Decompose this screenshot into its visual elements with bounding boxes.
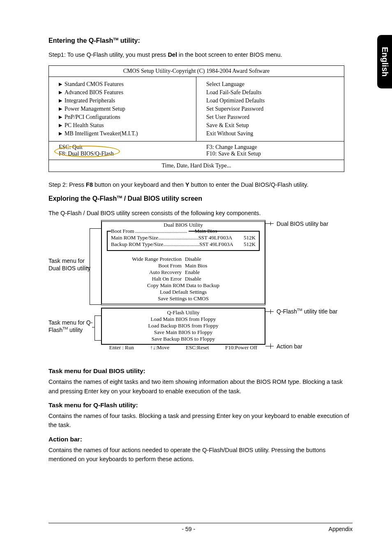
bios-item-label: Load Optimized Defaults [206, 97, 265, 104]
bios-item[interactable]: ▶Advanced BIOS Features [59, 88, 192, 97]
arrow-right-icon: ▶ [59, 106, 65, 111]
arrow-right-icon: ▶ [59, 131, 65, 136]
step1-text: Step1: To use Q-Flash utility, you must … [48, 50, 353, 59]
callout-line [265, 346, 274, 346]
callout-qflash-post: utility [68, 327, 83, 333]
setting-value: Disable [185, 276, 262, 282]
arrow-right-icon: ▶ [59, 98, 65, 103]
setting-row[interactable]: Wide Range ProtectionDisable [104, 256, 262, 262]
main-rom-value: SST 49LF003A [198, 234, 232, 241]
callout-qflash-menu: Task menu for Q-FlashTM utility [48, 319, 98, 334]
callout-line [90, 228, 101, 229]
qflash-item[interactable]: Load Backup BIOS from Floppy [102, 323, 265, 329]
bios-item[interactable]: ▶Integrated Peripherals [59, 97, 192, 105]
callout-line [270, 343, 271, 349]
callout-line [95, 340, 101, 341]
bios-item[interactable]: ▶Standard CMOS Features [59, 80, 192, 88]
tm-symbol: TM [297, 308, 302, 312]
bios-item-label: Exit Without Saving [206, 130, 253, 137]
callout-qflash-bar-post: utility title bar [302, 308, 338, 315]
page-footer: - 59 - Appendix [48, 523, 353, 532]
desc-h3: Action bar: [48, 436, 353, 443]
qflash-item[interactable]: Save Main BIOS to Floppy [102, 329, 265, 336]
tm-symbol: TM [113, 37, 118, 41]
bios-box-wrapper: CMOS Setup Utility-Copyright (C) 1984-20… [48, 65, 353, 172]
step2-text: Step 2: Press F8 button on your keyboard… [48, 180, 353, 189]
setting-key: Halt On Error [104, 276, 185, 282]
desc-h1: Task menu for Dual BIOS utility: [48, 367, 353, 375]
heading-text-post: utility: [118, 37, 140, 44]
action-move: ↑↓:Move [150, 344, 169, 351]
heading2-post: / Dual BIOS utility screen [122, 195, 202, 202]
callout-qflash-bar-pre: Q-Flash [277, 308, 297, 315]
heading-text-pre: Entering the Q-Flash [48, 37, 113, 44]
setting-key: Boot From [104, 262, 185, 269]
callout-line [95, 316, 101, 316]
bios-item[interactable]: Select Language [206, 80, 340, 88]
callout-line [265, 311, 274, 312]
bios-item[interactable]: ▶Power Management Setup [59, 105, 192, 113]
action-f10: F10:Power Off [225, 344, 257, 351]
tm-symbol: TM [62, 327, 68, 331]
bios-item[interactable]: Load Optimized Defaults [206, 97, 340, 105]
step2-post: button to enter the Dual BIOS/Q-Flash ut… [189, 181, 309, 188]
bios-item[interactable]: Set User Password [206, 113, 340, 121]
step1-pre: Step1: To use Q-Flash utility, you must … [48, 51, 168, 58]
dual-action[interactable]: Save Settings to CMOS [104, 295, 262, 302]
boot-from-value: Main Bios [195, 228, 217, 234]
bios-item[interactable]: Set Supervisor Password [206, 105, 340, 113]
arrow-right-icon: ▶ [59, 114, 65, 120]
bios-item[interactable]: ▶MB Intelligent Tweaker(M.I.T.) [59, 130, 192, 138]
bios-left-column: ▶Standard CMOS Features ▶Advanced BIOS F… [49, 77, 196, 141]
bios-item-label: Set User Password [206, 114, 249, 121]
dual-action[interactable]: Copy Main ROM Data to Backup [104, 282, 262, 289]
action-bar: Enter : Run ↑↓:Move ESC:Reset F10:Power … [101, 343, 265, 353]
dual-action[interactable]: Load Default Settings [104, 289, 262, 295]
y-key: Y [185, 181, 189, 188]
callout-line [265, 223, 274, 224]
qflash-item[interactable]: Save Backup BIOS to Floppy [102, 336, 265, 342]
arrow-right-icon: ▶ [59, 90, 65, 95]
callout-line [90, 228, 90, 304]
bios-right-column: Select Language Load Fail-Safe Defaults … [196, 77, 344, 141]
side-language-tab: English [377, 35, 392, 88]
setting-row[interactable]: Halt On ErrorDisable [104, 276, 262, 282]
backup-rom-value: SST 49LF003A [199, 241, 233, 248]
desc-p1: Contains the names of eight tasks and tw… [48, 377, 353, 396]
callout-line [90, 304, 101, 305]
page-number: - 59 - [182, 526, 195, 532]
main-rom-row: Main ROM Type/Size .....................… [111, 234, 256, 241]
bios-item-label: PC Health Status [65, 122, 104, 129]
bios-item[interactable]: Exit Without Saving [206, 130, 340, 138]
bios-item-label: MB Intelligent Tweaker(M.I.T.) [65, 130, 138, 137]
callout-line [87, 267, 90, 268]
bios-item-label: Save & Exit Setup [206, 122, 249, 129]
f10-save-exit-label: F10: Save & Exit Setup [206, 151, 340, 157]
footer-section: Appendix [329, 526, 353, 532]
bios-columns: ▶Standard CMOS Features ▶Advanced BIOS F… [49, 77, 344, 142]
setting-row[interactable]: Auto RecoveryEnable [104, 269, 262, 276]
bios-item[interactable]: ▶PnP/PCI Configurations [59, 113, 192, 121]
step2-mid: button on your keyboard and then [93, 181, 185, 188]
bios-item[interactable]: Load Fail-Safe Defaults [206, 88, 340, 97]
setting-value: Main Bios [185, 262, 262, 269]
desc-p2: Contains the names of four tasks. Blocki… [48, 411, 353, 430]
backup-rom-size: 512K [244, 241, 256, 248]
callout-dual-bios-menu: Task menu for Dual BIOS utility [48, 257, 94, 272]
qflash-item[interactable]: Load Main BIOS from Floppy [102, 316, 265, 323]
callout-qflash-bar: Q-FlashTM utility title bar [277, 308, 346, 315]
callout-line [270, 309, 271, 314]
bios-title: CMOS Setup Utility-Copyright (C) 1984-20… [49, 66, 344, 77]
bios-bottom-hint: Time, Date, Hard Disk Type... [49, 160, 344, 172]
dual-bios-utility-box: Dual BIOS Utility Boot From.............… [101, 220, 265, 305]
setting-key: Wide Range Protection [104, 256, 185, 262]
dual-bios-utility-diagram: Dual BIOS Utility Boot From.............… [48, 220, 353, 360]
step2-pre: Step 2: Press [48, 181, 86, 188]
dual-bios-title: Dual BIOS Utility [104, 222, 262, 228]
bios-item[interactable]: Save & Exit Setup [206, 121, 340, 130]
callout-line [270, 222, 271, 225]
callout-line [92, 327, 95, 327]
setting-row[interactable]: Boot FromMain Bios [104, 262, 262, 269]
bios-item[interactable]: ▶PC Health Status [59, 121, 192, 130]
highlight-ellipse-icon [54, 146, 120, 157]
